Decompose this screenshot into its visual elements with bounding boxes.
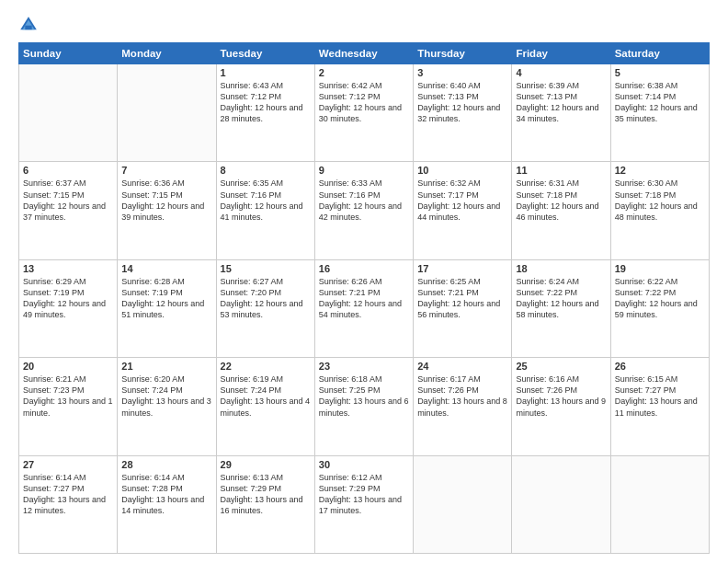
day-number: 20 bbox=[23, 361, 113, 372]
calendar-cell: 9Sunrise: 6:33 AM Sunset: 7:16 PM Daylig… bbox=[314, 162, 413, 259]
day-number: 9 bbox=[319, 165, 409, 176]
calendar-cell: 14Sunrise: 6:28 AM Sunset: 7:19 PM Dayli… bbox=[118, 259, 216, 357]
day-number: 16 bbox=[319, 263, 409, 274]
day-info: Sunrise: 6:36 AM Sunset: 7:15 PM Dayligh… bbox=[121, 178, 211, 223]
day-number: 11 bbox=[516, 165, 606, 176]
day-info: Sunrise: 6:12 AM Sunset: 7:29 PM Dayligh… bbox=[319, 472, 409, 517]
calendar-header-saturday: Saturday bbox=[610, 43, 709, 64]
day-info: Sunrise: 6:32 AM Sunset: 7:17 PM Dayligh… bbox=[417, 178, 507, 223]
day-info: Sunrise: 6:17 AM Sunset: 7:26 PM Dayligh… bbox=[417, 373, 507, 419]
calendar-cell: 28Sunrise: 6:14 AM Sunset: 7:28 PM Dayli… bbox=[118, 455, 216, 553]
calendar-cell bbox=[19, 64, 118, 162]
day-number: 14 bbox=[121, 263, 211, 274]
day-number: 22 bbox=[221, 361, 311, 372]
day-info: Sunrise: 6:14 AM Sunset: 7:28 PM Dayligh… bbox=[121, 472, 211, 517]
calendar-table: SundayMondayTuesdayWednesdayThursdayFrid… bbox=[18, 42, 710, 554]
calendar-week-row: 1Sunrise: 6:43 AM Sunset: 7:12 PM Daylig… bbox=[19, 64, 710, 162]
calendar-header-tuesday: Tuesday bbox=[216, 43, 314, 64]
calendar-cell bbox=[610, 455, 709, 553]
day-info: Sunrise: 6:18 AM Sunset: 7:25 PM Dayligh… bbox=[319, 373, 409, 419]
day-number: 5 bbox=[615, 67, 705, 78]
day-number: 10 bbox=[417, 165, 507, 176]
calendar-cell: 2Sunrise: 6:42 AM Sunset: 7:12 PM Daylig… bbox=[314, 64, 413, 162]
day-info: Sunrise: 6:13 AM Sunset: 7:29 PM Dayligh… bbox=[221, 472, 311, 517]
calendar-cell: 23Sunrise: 6:18 AM Sunset: 7:25 PM Dayli… bbox=[314, 358, 413, 455]
calendar-cell: 27Sunrise: 6:14 AM Sunset: 7:27 PM Dayli… bbox=[19, 455, 118, 553]
day-number: 23 bbox=[319, 361, 409, 372]
day-info: Sunrise: 6:39 AM Sunset: 7:13 PM Dayligh… bbox=[516, 80, 606, 125]
day-info: Sunrise: 6:27 AM Sunset: 7:20 PM Dayligh… bbox=[221, 276, 311, 321]
day-number: 19 bbox=[615, 263, 705, 274]
day-info: Sunrise: 6:29 AM Sunset: 7:19 PM Dayligh… bbox=[23, 276, 113, 321]
day-info: Sunrise: 6:16 AM Sunset: 7:26 PM Dayligh… bbox=[516, 373, 606, 419]
day-info: Sunrise: 6:30 AM Sunset: 7:18 PM Dayligh… bbox=[615, 178, 705, 223]
day-number: 6 bbox=[23, 165, 113, 176]
calendar-cell: 18Sunrise: 6:24 AM Sunset: 7:22 PM Dayli… bbox=[512, 259, 610, 357]
day-info: Sunrise: 6:24 AM Sunset: 7:22 PM Dayligh… bbox=[516, 276, 606, 321]
calendar-cell: 4Sunrise: 6:39 AM Sunset: 7:13 PM Daylig… bbox=[512, 64, 610, 162]
calendar-cell: 29Sunrise: 6:13 AM Sunset: 7:29 PM Dayli… bbox=[216, 455, 314, 553]
day-info: Sunrise: 6:40 AM Sunset: 7:13 PM Dayligh… bbox=[417, 80, 507, 125]
calendar-cell: 15Sunrise: 6:27 AM Sunset: 7:20 PM Dayli… bbox=[216, 259, 314, 357]
calendar-week-row: 6Sunrise: 6:37 AM Sunset: 7:15 PM Daylig… bbox=[19, 162, 710, 259]
calendar-cell: 19Sunrise: 6:22 AM Sunset: 7:22 PM Dayli… bbox=[610, 259, 709, 357]
day-info: Sunrise: 6:33 AM Sunset: 7:16 PM Dayligh… bbox=[319, 178, 409, 223]
calendar-header-sunday: Sunday bbox=[19, 43, 118, 64]
calendar-header-monday: Monday bbox=[118, 43, 216, 64]
day-info: Sunrise: 6:15 AM Sunset: 7:27 PM Dayligh… bbox=[615, 373, 705, 419]
day-number: 4 bbox=[516, 67, 606, 78]
calendar-cell: 16Sunrise: 6:26 AM Sunset: 7:21 PM Dayli… bbox=[314, 259, 413, 357]
day-number: 2 bbox=[319, 67, 409, 78]
day-info: Sunrise: 6:20 AM Sunset: 7:24 PM Dayligh… bbox=[121, 373, 211, 419]
day-number: 13 bbox=[23, 263, 113, 274]
day-number: 8 bbox=[221, 165, 311, 176]
calendar-week-row: 13Sunrise: 6:29 AM Sunset: 7:19 PM Dayli… bbox=[19, 259, 710, 357]
day-info: Sunrise: 6:25 AM Sunset: 7:21 PM Dayligh… bbox=[417, 276, 507, 321]
calendar-cell: 3Sunrise: 6:40 AM Sunset: 7:13 PM Daylig… bbox=[414, 64, 512, 162]
day-info: Sunrise: 6:21 AM Sunset: 7:23 PM Dayligh… bbox=[23, 373, 113, 419]
calendar-cell: 1Sunrise: 6:43 AM Sunset: 7:12 PM Daylig… bbox=[216, 64, 314, 162]
calendar-header-row: SundayMondayTuesdayWednesdayThursdayFrid… bbox=[19, 43, 710, 64]
day-info: Sunrise: 6:26 AM Sunset: 7:21 PM Dayligh… bbox=[319, 276, 409, 321]
svg-rect-2 bbox=[25, 26, 31, 29]
day-info: Sunrise: 6:42 AM Sunset: 7:12 PM Dayligh… bbox=[319, 80, 409, 125]
day-number: 29 bbox=[221, 459, 311, 470]
calendar-cell: 12Sunrise: 6:30 AM Sunset: 7:18 PM Dayli… bbox=[610, 162, 709, 259]
calendar-cell bbox=[512, 455, 610, 553]
day-info: Sunrise: 6:43 AM Sunset: 7:12 PM Dayligh… bbox=[221, 80, 311, 125]
calendar-week-row: 27Sunrise: 6:14 AM Sunset: 7:27 PM Dayli… bbox=[19, 455, 710, 553]
calendar-week-row: 20Sunrise: 6:21 AM Sunset: 7:23 PM Dayli… bbox=[19, 358, 710, 455]
calendar-cell bbox=[118, 64, 216, 162]
calendar-cell: 24Sunrise: 6:17 AM Sunset: 7:26 PM Dayli… bbox=[414, 358, 512, 455]
calendar-header-wednesday: Wednesday bbox=[314, 43, 413, 64]
calendar-cell: 13Sunrise: 6:29 AM Sunset: 7:19 PM Dayli… bbox=[19, 259, 118, 357]
day-info: Sunrise: 6:37 AM Sunset: 7:15 PM Dayligh… bbox=[23, 178, 113, 223]
day-number: 15 bbox=[221, 263, 311, 274]
calendar-cell: 5Sunrise: 6:38 AM Sunset: 7:14 PM Daylig… bbox=[610, 64, 709, 162]
logo bbox=[18, 15, 42, 35]
day-number: 12 bbox=[615, 165, 705, 176]
header bbox=[18, 15, 710, 35]
day-number: 26 bbox=[615, 361, 705, 372]
calendar-cell bbox=[414, 455, 512, 553]
day-number: 7 bbox=[121, 165, 211, 176]
day-number: 25 bbox=[516, 361, 606, 372]
day-number: 21 bbox=[121, 361, 211, 372]
day-info: Sunrise: 6:14 AM Sunset: 7:27 PM Dayligh… bbox=[23, 472, 113, 517]
day-number: 17 bbox=[417, 263, 507, 274]
day-info: Sunrise: 6:19 AM Sunset: 7:24 PM Dayligh… bbox=[221, 373, 311, 419]
day-number: 30 bbox=[319, 459, 409, 470]
calendar-cell: 21Sunrise: 6:20 AM Sunset: 7:24 PM Dayli… bbox=[118, 358, 216, 455]
calendar-cell: 22Sunrise: 6:19 AM Sunset: 7:24 PM Dayli… bbox=[216, 358, 314, 455]
day-number: 24 bbox=[417, 361, 507, 372]
day-info: Sunrise: 6:38 AM Sunset: 7:14 PM Dayligh… bbox=[615, 80, 705, 125]
day-number: 3 bbox=[417, 67, 507, 78]
day-number: 27 bbox=[23, 459, 113, 470]
calendar-cell: 26Sunrise: 6:15 AM Sunset: 7:27 PM Dayli… bbox=[610, 358, 709, 455]
calendar-cell: 17Sunrise: 6:25 AM Sunset: 7:21 PM Dayli… bbox=[414, 259, 512, 357]
calendar-header-thursday: Thursday bbox=[414, 43, 512, 64]
calendar-cell: 10Sunrise: 6:32 AM Sunset: 7:17 PM Dayli… bbox=[414, 162, 512, 259]
page: SundayMondayTuesdayWednesdayThursdayFrid… bbox=[0, 0, 728, 563]
day-info: Sunrise: 6:31 AM Sunset: 7:18 PM Dayligh… bbox=[516, 178, 606, 223]
calendar-cell: 20Sunrise: 6:21 AM Sunset: 7:23 PM Dayli… bbox=[19, 358, 118, 455]
